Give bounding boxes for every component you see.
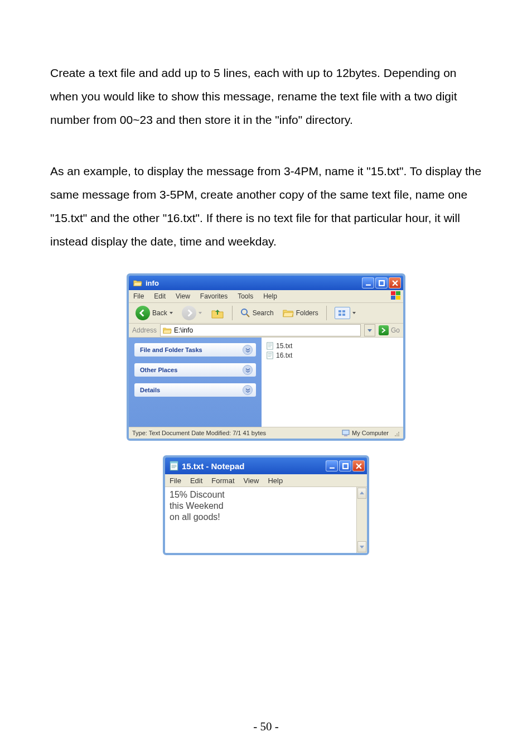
notepad-client: 15% Discount this Weekend on all goods! bbox=[165, 487, 367, 553]
text-file-icon bbox=[266, 351, 274, 359]
forward-button[interactable] bbox=[178, 305, 205, 321]
minimize-button[interactable] bbox=[326, 460, 338, 471]
menu-view[interactable]: View bbox=[176, 292, 190, 300]
svg-rect-23 bbox=[330, 467, 335, 468]
menu-favorites[interactable]: Favorites bbox=[200, 292, 228, 300]
go-label: Go bbox=[391, 326, 400, 334]
svg-point-15 bbox=[398, 435, 399, 436]
views-button[interactable] bbox=[331, 306, 359, 320]
tasks-panel: File and Folder Tasks Other Places Detai… bbox=[129, 338, 262, 427]
folders-button[interactable]: Folders bbox=[279, 307, 322, 319]
notepad-menubar: File Edit Format View Help bbox=[165, 474, 367, 487]
svg-point-19 bbox=[396, 434, 398, 435]
explorer-toolbar: Back Search bbox=[129, 303, 403, 324]
search-label: Search bbox=[253, 309, 274, 317]
svg-rect-12 bbox=[267, 351, 273, 358]
menu-file[interactable]: File bbox=[133, 292, 144, 300]
up-button[interactable] bbox=[207, 306, 228, 320]
go-arrow-icon bbox=[379, 325, 389, 335]
list-item[interactable]: 16.txt bbox=[266, 350, 399, 360]
task-other-places[interactable]: Other Places bbox=[134, 363, 256, 377]
menu-view[interactable]: View bbox=[244, 476, 259, 485]
scroll-up-button[interactable] bbox=[357, 488, 366, 499]
maximize-button[interactable] bbox=[375, 277, 388, 288]
explorer-title: info bbox=[146, 279, 159, 287]
menu-tools[interactable]: Tools bbox=[238, 292, 253, 300]
collapse-button[interactable] bbox=[243, 365, 253, 375]
task-file-folder[interactable]: File and Folder Tasks bbox=[134, 343, 256, 357]
dropdown-arrow-icon bbox=[352, 311, 356, 315]
svg-point-20 bbox=[398, 432, 399, 433]
svg-rect-13 bbox=[342, 430, 349, 435]
address-path: E:\info bbox=[174, 326, 193, 334]
explorer-menubar: File Edit View Favorites Tools Help bbox=[129, 290, 403, 303]
views-icon bbox=[335, 307, 350, 319]
search-button[interactable]: Search bbox=[237, 307, 277, 319]
text-file-icon bbox=[266, 342, 274, 350]
file-list[interactable]: 15.txt 16.txt bbox=[262, 338, 403, 427]
notepad-textarea[interactable]: 15% Discount this Weekend on all goods! bbox=[165, 487, 356, 553]
chevron-down-double-icon bbox=[245, 388, 250, 393]
resize-grip[interactable] bbox=[392, 429, 400, 437]
menu-help[interactable]: Help bbox=[263, 292, 277, 300]
svg-rect-11 bbox=[267, 342, 273, 349]
menu-help[interactable]: Help bbox=[268, 476, 283, 485]
separator bbox=[232, 306, 233, 320]
close-button[interactable] bbox=[389, 277, 401, 288]
svg-point-18 bbox=[398, 434, 399, 435]
dropdown-arrow-icon bbox=[170, 311, 173, 315]
explorer-window: info File Edit View Favorites Tools Help bbox=[127, 273, 405, 441]
notepad-titlebar[interactable]: 15.txt - Notepad bbox=[165, 458, 367, 474]
chevron-down-double-icon bbox=[245, 348, 250, 353]
collapse-button[interactable] bbox=[243, 385, 253, 395]
menu-format[interactable]: Format bbox=[211, 476, 234, 485]
svg-rect-5 bbox=[396, 296, 400, 300]
collapse-button[interactable] bbox=[243, 345, 253, 355]
address-dropdown-button[interactable] bbox=[364, 324, 375, 336]
menu-edit[interactable]: Edit bbox=[154, 292, 166, 300]
svg-rect-8 bbox=[342, 310, 345, 312]
back-button[interactable]: Back bbox=[132, 305, 176, 321]
svg-rect-10 bbox=[342, 314, 345, 316]
notepad-window: 15.txt - Notepad File Edit Format View H… bbox=[163, 455, 369, 555]
explorer-titlebar[interactable]: info bbox=[129, 276, 403, 290]
list-item[interactable]: 15.txt bbox=[266, 341, 399, 350]
status-location: My Computer bbox=[352, 430, 389, 436]
svg-rect-9 bbox=[338, 314, 341, 316]
chevron-up-icon bbox=[360, 491, 364, 495]
svg-rect-7 bbox=[338, 310, 341, 312]
svg-rect-1 bbox=[379, 281, 384, 286]
task-label: Other Places bbox=[140, 367, 177, 373]
my-computer-icon bbox=[342, 429, 350, 437]
search-icon bbox=[240, 308, 250, 318]
menu-file[interactable]: File bbox=[170, 476, 181, 485]
folder-up-icon bbox=[211, 307, 224, 319]
folders-label: Folders bbox=[296, 309, 318, 317]
scroll-down-button[interactable] bbox=[357, 541, 366, 552]
folders-icon bbox=[283, 308, 294, 318]
minimize-button[interactable] bbox=[362, 277, 374, 288]
notepad-title: 15.txt - Notepad bbox=[182, 461, 245, 471]
address-bar: Address E:\info Go bbox=[129, 324, 403, 338]
chevron-down-icon bbox=[360, 545, 364, 549]
go-button[interactable]: Go bbox=[379, 325, 400, 335]
chevron-down-icon bbox=[367, 328, 372, 333]
menu-edit[interactable]: Edit bbox=[190, 476, 202, 485]
svg-rect-24 bbox=[343, 464, 348, 469]
svg-point-17 bbox=[395, 435, 396, 436]
svg-rect-4 bbox=[391, 296, 395, 300]
paragraph-2: As an example, to display the message fr… bbox=[50, 160, 482, 253]
svg-rect-2 bbox=[391, 291, 395, 295]
folder-open-icon bbox=[133, 279, 142, 287]
svg-rect-0 bbox=[366, 284, 371, 285]
address-input[interactable]: E:\info bbox=[160, 324, 361, 336]
svg-rect-14 bbox=[344, 435, 347, 436]
task-label: Details bbox=[140, 387, 160, 393]
svg-rect-3 bbox=[396, 291, 400, 295]
close-button[interactable] bbox=[352, 460, 365, 471]
svg-point-6 bbox=[241, 309, 247, 315]
task-details[interactable]: Details bbox=[134, 383, 256, 397]
maximize-button[interactable] bbox=[339, 460, 351, 471]
scrollbar[interactable] bbox=[356, 487, 367, 553]
notepad-icon bbox=[170, 461, 178, 471]
